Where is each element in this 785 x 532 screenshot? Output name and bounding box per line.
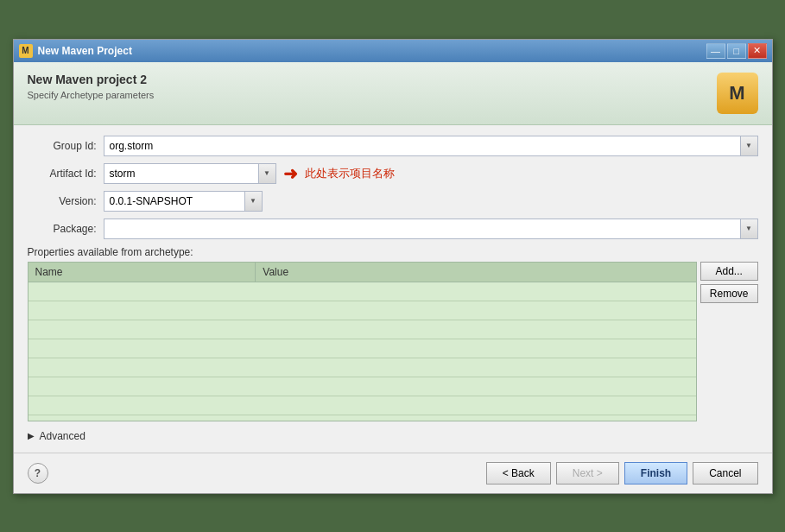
group-id-label: Group Id: [28, 140, 97, 152]
next-button[interactable]: Next > [556, 462, 619, 484]
col-value-header: Value [256, 263, 696, 282]
footer-button-group: < Back Next > Finish Cancel [486, 462, 758, 484]
advanced-section[interactable]: ▶ Advanced [28, 430, 758, 442]
table-row [28, 301, 696, 320]
minimize-button[interactable]: — [706, 43, 725, 59]
back-button[interactable]: < Back [486, 462, 551, 484]
version-select-wrapper: ▼ [104, 191, 263, 212]
properties-section: Properties available from archetype: Nam… [28, 246, 758, 421]
table-row [28, 396, 696, 415]
window-icon: M [19, 44, 33, 58]
package-input[interactable] [104, 218, 741, 239]
table-header: Name Value [28, 263, 696, 282]
package-field-wrapper: ▼ [104, 218, 758, 239]
close-button[interactable]: ✕ [748, 43, 767, 59]
properties-section-label: Properties available from archetype: [28, 246, 758, 258]
annotation-area: ➜ 此处表示项目名称 [283, 163, 395, 184]
group-id-field-wrapper: ▼ [104, 136, 758, 156]
artifact-id-dropdown[interactable]: ▼ [259, 163, 276, 184]
artifact-id-label: Artifact Id: [28, 168, 97, 180]
finish-button[interactable]: Finish [624, 462, 687, 484]
artifact-id-row: Artifact Id: ▼ ➜ 此处表示项目名称 [28, 163, 758, 184]
window-title: New Maven Project [38, 45, 701, 57]
dialog-header: New Maven project 2 Specify Archetype pa… [14, 62, 772, 125]
artifact-id-field-wrapper: ▼ [104, 163, 276, 184]
title-bar: M New Maven Project — □ ✕ [14, 40, 772, 62]
table-row [28, 282, 696, 301]
annotation-label: 此处表示项目名称 [305, 166, 395, 181]
dialog-content: Group Id: ▼ Artifact Id: ▼ ➜ 此处表示项目名称 Ve… [14, 125, 772, 453]
group-id-row: Group Id: ▼ [28, 136, 758, 156]
dialog-footer: ? < Back Next > Finish Cancel [14, 453, 772, 493]
properties-table-wrapper: Name Value Add... Remove [28, 262, 758, 421]
remove-button[interactable]: Remove [700, 284, 758, 303]
table-row [28, 377, 696, 396]
add-button[interactable]: Add... [700, 262, 758, 281]
version-row: Version: ▼ [28, 191, 758, 212]
artifact-id-input[interactable] [104, 163, 259, 184]
advanced-expand-icon: ▶ [28, 431, 35, 440]
main-window: M New Maven Project — □ ✕ New Maven proj… [13, 39, 773, 494]
help-button[interactable]: ? [28, 463, 48, 484]
version-label: Version: [28, 195, 97, 207]
version-input[interactable] [104, 191, 245, 212]
table-row [28, 358, 696, 377]
window-controls: — □ ✕ [706, 43, 767, 59]
table-row [28, 320, 696, 339]
group-id-input[interactable] [104, 136, 741, 156]
maven-icon: M [717, 73, 758, 114]
cancel-button[interactable]: Cancel [693, 462, 757, 484]
package-label: Package: [28, 223, 97, 235]
package-dropdown[interactable]: ▼ [741, 218, 758, 239]
version-dropdown[interactable]: ▼ [245, 191, 263, 212]
table-body[interactable] [28, 282, 696, 421]
group-id-dropdown[interactable]: ▼ [741, 136, 758, 156]
package-row: Package: ▼ [28, 218, 758, 239]
maximize-button[interactable]: □ [727, 43, 746, 59]
table-row [28, 339, 696, 358]
properties-buttons: Add... Remove [700, 262, 758, 421]
header-text-area: New Maven project 2 Specify Archetype pa… [28, 73, 155, 100]
advanced-label: Advanced [40, 430, 85, 442]
dialog-title: New Maven project 2 [28, 73, 155, 86]
properties-table: Name Value [28, 262, 697, 421]
dialog-subtitle: Specify Archetype parameters [28, 90, 155, 100]
col-name-header: Name [28, 263, 256, 282]
annotation-arrow-icon: ➜ [283, 163, 298, 184]
